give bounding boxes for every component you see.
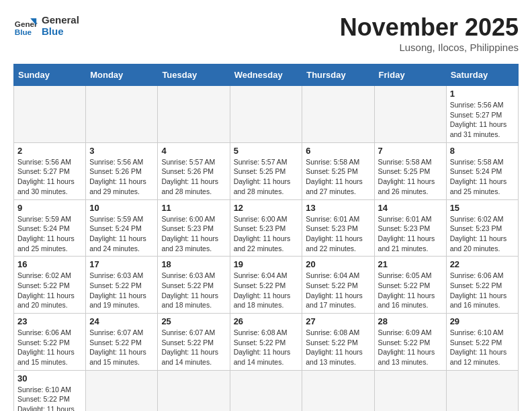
day-info: Sunrise: 6:00 AMSunset: 5:23 PMDaylight:… <box>234 214 299 254</box>
calendar-cell <box>230 370 302 411</box>
day-number: 20 <box>306 259 370 269</box>
day-number: 29 <box>450 316 515 326</box>
day-number: 13 <box>306 203 370 213</box>
calendar-cell <box>302 370 374 411</box>
day-info: Sunrise: 6:03 AMSunset: 5:22 PMDaylight:… <box>161 271 226 310</box>
calendar-cell: 26Sunrise: 6:08 AMSunset: 5:22 PMDayligh… <box>230 314 302 371</box>
calendar-cell: 25Sunrise: 6:07 AMSunset: 5:22 PMDayligh… <box>158 314 230 371</box>
logo-icon: General Blue <box>13 13 38 38</box>
day-number: 2 <box>17 146 82 156</box>
calendar-cell: 12Sunrise: 6:00 AMSunset: 5:23 PMDayligh… <box>230 199 302 257</box>
day-number: 5 <box>234 146 299 156</box>
day-number: 6 <box>306 146 370 156</box>
day-info: Sunrise: 5:58 AMSunset: 5:24 PMDaylight:… <box>450 157 515 197</box>
day-number: 24 <box>89 316 154 326</box>
day-number: 26 <box>234 316 299 326</box>
day-number: 11 <box>161 203 226 213</box>
day-info: Sunrise: 6:07 AMSunset: 5:22 PMDaylight:… <box>161 328 226 367</box>
calendar-cell: 15Sunrise: 6:02 AMSunset: 5:23 PMDayligh… <box>446 199 518 257</box>
location: Lusong, Ilocos, Philippines <box>340 42 519 53</box>
day-number: 12 <box>234 203 299 213</box>
header: General Blue General Blue November 2025 … <box>13 13 519 53</box>
day-info: Sunrise: 5:56 AMSunset: 5:27 PMDaylight:… <box>450 100 515 140</box>
day-number: 28 <box>378 316 443 326</box>
day-number: 1 <box>450 89 515 99</box>
logo-general-text: General <box>42 14 79 26</box>
day-number: 9 <box>17 203 82 213</box>
day-number: 3 <box>89 146 154 156</box>
month-title: November 2025 <box>340 13 519 42</box>
day-number: 4 <box>161 146 226 156</box>
calendar-cell <box>302 86 374 143</box>
day-number: 30 <box>17 373 82 383</box>
calendar-cell: 22Sunrise: 6:06 AMSunset: 5:22 PMDayligh… <box>446 257 518 314</box>
calendar-cell: 9Sunrise: 5:59 AMSunset: 5:24 PMDaylight… <box>14 199 86 257</box>
calendar-cell: 27Sunrise: 6:08 AMSunset: 5:22 PMDayligh… <box>302 314 374 371</box>
calendar-cell: 4Sunrise: 5:57 AMSunset: 5:26 PMDaylight… <box>158 142 230 199</box>
day-number: 18 <box>161 259 226 269</box>
day-number: 27 <box>306 316 370 326</box>
day-info: Sunrise: 6:03 AMSunset: 5:22 PMDaylight:… <box>89 271 154 310</box>
calendar-cell: 2Sunrise: 5:56 AMSunset: 5:27 PMDaylight… <box>14 142 86 199</box>
day-info: Sunrise: 5:58 AMSunset: 5:25 PMDaylight:… <box>306 157 370 197</box>
day-number: 14 <box>378 203 443 213</box>
day-number: 22 <box>450 259 515 269</box>
weekday-header-wednesday: Wednesday <box>230 64 302 86</box>
calendar-cell: 29Sunrise: 6:10 AMSunset: 5:22 PMDayligh… <box>446 314 518 371</box>
calendar-cell: 3Sunrise: 5:56 AMSunset: 5:26 PMDaylight… <box>86 142 158 199</box>
day-number: 16 <box>17 259 82 269</box>
calendar: SundayMondayTuesdayWednesdayThursdayFrid… <box>13 64 519 411</box>
calendar-cell: 10Sunrise: 5:59 AMSunset: 5:24 PMDayligh… <box>86 199 158 257</box>
calendar-cell: 23Sunrise: 6:06 AMSunset: 5:22 PMDayligh… <box>14 314 86 371</box>
day-number: 17 <box>89 259 154 269</box>
calendar-cell <box>446 370 518 411</box>
svg-text:Blue: Blue <box>15 28 32 36</box>
day-info: Sunrise: 6:08 AMSunset: 5:22 PMDaylight:… <box>234 328 299 367</box>
day-info: Sunrise: 6:06 AMSunset: 5:22 PMDaylight:… <box>450 271 515 310</box>
calendar-cell <box>374 86 446 143</box>
logo: General Blue General Blue <box>13 13 79 38</box>
calendar-cell: 13Sunrise: 6:01 AMSunset: 5:23 PMDayligh… <box>302 199 374 257</box>
calendar-week-row: 16Sunrise: 6:02 AMSunset: 5:22 PMDayligh… <box>14 257 519 314</box>
day-info: Sunrise: 5:59 AMSunset: 5:24 PMDaylight:… <box>17 214 82 254</box>
weekday-header-saturday: Saturday <box>446 64 518 86</box>
day-info: Sunrise: 6:10 AMSunset: 5:22 PMDaylight:… <box>450 328 515 367</box>
calendar-cell: 19Sunrise: 6:04 AMSunset: 5:22 PMDayligh… <box>230 257 302 314</box>
calendar-cell: 28Sunrise: 6:09 AMSunset: 5:22 PMDayligh… <box>374 314 446 371</box>
day-info: Sunrise: 6:06 AMSunset: 5:22 PMDaylight:… <box>17 328 82 367</box>
calendar-cell: 16Sunrise: 6:02 AMSunset: 5:22 PMDayligh… <box>14 257 86 314</box>
weekday-header-row: SundayMondayTuesdayWednesdayThursdayFrid… <box>14 64 519 86</box>
calendar-week-row: 23Sunrise: 6:06 AMSunset: 5:22 PMDayligh… <box>14 314 519 371</box>
weekday-header-sunday: Sunday <box>14 64 86 86</box>
calendar-cell: 1Sunrise: 5:56 AMSunset: 5:27 PMDaylight… <box>446 86 518 143</box>
day-number: 19 <box>234 259 299 269</box>
day-number: 15 <box>450 203 515 213</box>
calendar-cell: 6Sunrise: 5:58 AMSunset: 5:25 PMDaylight… <box>302 142 374 199</box>
day-info: Sunrise: 6:02 AMSunset: 5:22 PMDaylight:… <box>17 271 82 310</box>
day-number: 23 <box>17 316 82 326</box>
day-info: Sunrise: 6:08 AMSunset: 5:22 PMDaylight:… <box>306 328 370 367</box>
calendar-cell <box>374 370 446 411</box>
day-info: Sunrise: 5:57 AMSunset: 5:26 PMDaylight:… <box>161 157 226 197</box>
day-info: Sunrise: 6:01 AMSunset: 5:23 PMDaylight:… <box>378 214 443 254</box>
weekday-header-tuesday: Tuesday <box>158 64 230 86</box>
calendar-cell <box>86 370 158 411</box>
calendar-cell <box>86 86 158 143</box>
title-area: November 2025 Lusong, Ilocos, Philippine… <box>340 13 519 53</box>
calendar-cell: 8Sunrise: 5:58 AMSunset: 5:24 PMDaylight… <box>446 142 518 199</box>
calendar-cell: 11Sunrise: 6:00 AMSunset: 5:23 PMDayligh… <box>158 199 230 257</box>
day-info: Sunrise: 5:56 AMSunset: 5:27 PMDaylight:… <box>17 157 82 197</box>
day-info: Sunrise: 6:05 AMSunset: 5:22 PMDaylight:… <box>378 271 443 310</box>
calendar-cell: 24Sunrise: 6:07 AMSunset: 5:22 PMDayligh… <box>86 314 158 371</box>
calendar-cell: 14Sunrise: 6:01 AMSunset: 5:23 PMDayligh… <box>374 199 446 257</box>
weekday-header-friday: Friday <box>374 64 446 86</box>
logo-blue-text: Blue <box>42 26 79 37</box>
day-info: Sunrise: 5:59 AMSunset: 5:24 PMDaylight:… <box>89 214 154 254</box>
day-info: Sunrise: 6:00 AMSunset: 5:23 PMDaylight:… <box>161 214 226 254</box>
day-number: 7 <box>378 146 443 156</box>
calendar-cell: 20Sunrise: 6:04 AMSunset: 5:22 PMDayligh… <box>302 257 374 314</box>
day-info: Sunrise: 6:04 AMSunset: 5:22 PMDaylight:… <box>306 271 370 310</box>
day-info: Sunrise: 5:57 AMSunset: 5:25 PMDaylight:… <box>234 157 299 197</box>
day-info: Sunrise: 6:10 AMSunset: 5:22 PMDaylight:… <box>17 385 82 411</box>
calendar-cell: 30Sunrise: 6:10 AMSunset: 5:22 PMDayligh… <box>14 370 86 411</box>
